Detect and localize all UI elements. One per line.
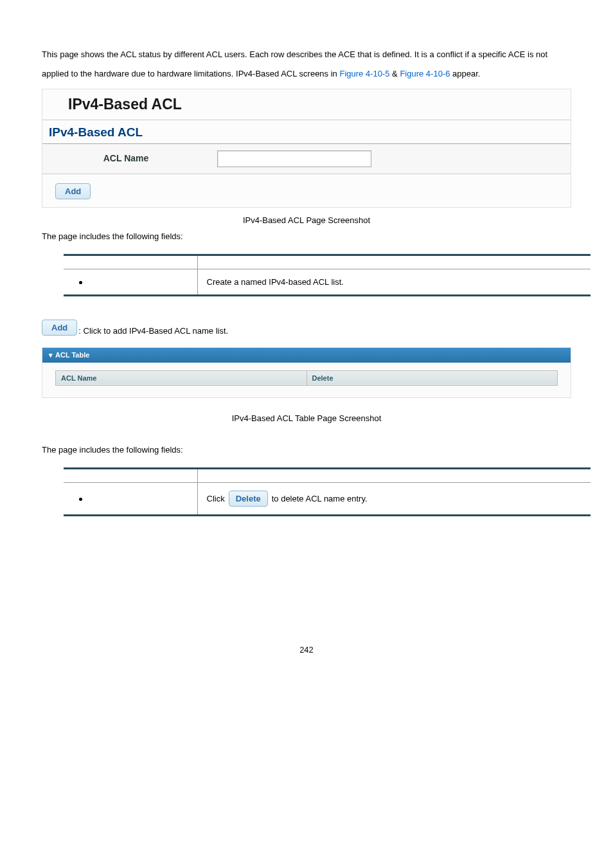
acl-table-col-delete: Delete bbox=[306, 370, 558, 385]
acl-table-collapse-header[interactable]: ▾ACL Table bbox=[42, 348, 571, 363]
figure-link-2[interactable]: Figure 4-10-6 bbox=[400, 69, 450, 78]
table1-object-cell bbox=[64, 269, 197, 295]
add-button-inline[interactable]: Add bbox=[42, 320, 77, 336]
acl-table-panel: ▾ACL Table ACL Name Delete bbox=[42, 347, 571, 398]
screenshot-caption-2: IPv4-Based ACL Table Page Screenshot bbox=[42, 413, 571, 423]
acl-table-header-text: ACL Table bbox=[55, 351, 89, 359]
bullet-icon bbox=[79, 281, 82, 284]
acl-name-input[interactable] bbox=[217, 150, 371, 167]
acl-name-label: ACL Name bbox=[42, 144, 209, 174]
table1-header-object bbox=[64, 255, 197, 269]
add-instruction-row: Add : Click to add IPv4-Based ACL name l… bbox=[42, 320, 571, 336]
field-table-2: Click Delete to delete ACL name entry. bbox=[64, 467, 591, 516]
intro-text-2: appear. bbox=[450, 69, 480, 78]
figure-link-1[interactable]: Figure 4-10-5 bbox=[339, 69, 389, 78]
fields-intro-2: The page includes the following fields: bbox=[42, 445, 571, 455]
acl-inner-table: ACL Name Delete bbox=[55, 370, 558, 386]
table2-header-desc bbox=[197, 468, 591, 482]
delete-button[interactable]: Delete bbox=[229, 491, 268, 507]
fields-intro-1: The page includes the following fields: bbox=[42, 231, 571, 241]
table1-header-desc bbox=[197, 255, 591, 269]
table2-desc-cell: Click Delete to delete ACL name entry. bbox=[197, 482, 591, 515]
acl-table-body: ACL Name Delete bbox=[42, 363, 571, 397]
panel-title: IPv4-Based ACL bbox=[42, 89, 571, 120]
intro-paragraph: This page shows the ACL status by differ… bbox=[42, 45, 571, 84]
table1-desc-cell: Create a named IPv4-based ACL list. bbox=[197, 269, 591, 295]
chevron-down-icon: ▾ bbox=[49, 351, 53, 359]
add-instruction-text: : Click to add IPv4-Based ACL name list. bbox=[78, 326, 228, 336]
field-table-1: Create a named IPv4-based ACL list. bbox=[64, 254, 591, 296]
delete-after-text: to delete ACL name entry. bbox=[272, 494, 368, 503]
acl-table-col-name: ACL Name bbox=[56, 370, 307, 385]
intro-amp: & bbox=[390, 69, 400, 78]
bullet-icon bbox=[79, 498, 82, 501]
screenshot-caption-1: IPv4-Based ACL Page Screenshot bbox=[42, 215, 571, 225]
section-header: IPv4-Based ACL bbox=[42, 120, 571, 144]
acl-name-input-cell bbox=[209, 144, 571, 174]
add-button[interactable]: Add bbox=[55, 183, 91, 199]
delete-click-text: Click bbox=[207, 494, 225, 503]
page-number: 242 bbox=[42, 645, 571, 655]
ipv4-acl-panel: IPv4-Based ACL IPv4-Based ACL ACL Name A… bbox=[42, 89, 571, 208]
table2-header-object bbox=[64, 468, 197, 482]
add-button-wrapper: Add bbox=[42, 174, 571, 207]
table2-object-cell bbox=[64, 482, 197, 515]
acl-name-row: ACL Name bbox=[42, 144, 571, 174]
